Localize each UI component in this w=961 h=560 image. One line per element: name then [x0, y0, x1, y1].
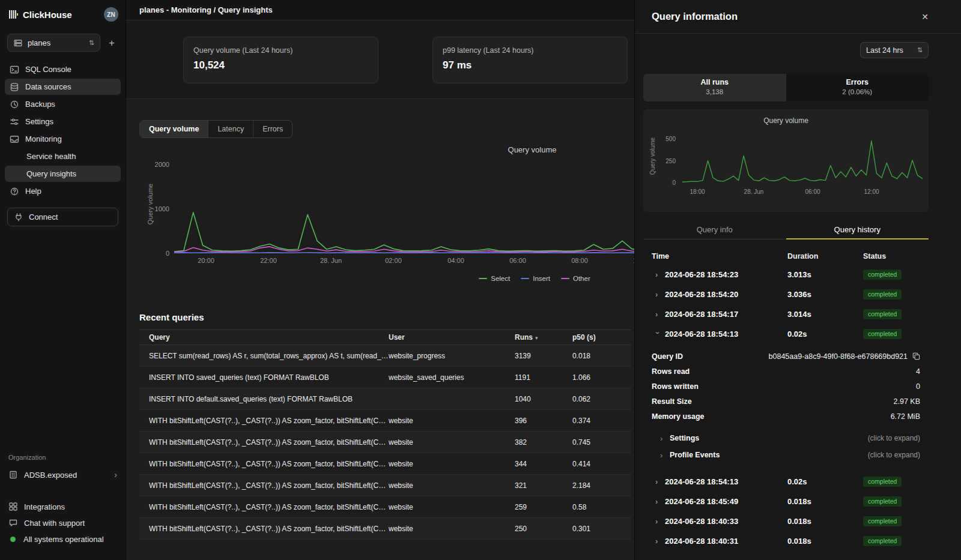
expandable-profile-events[interactable]: › Profile Events (click to expand)	[652, 447, 920, 463]
column-header-query[interactable]: Query	[139, 333, 389, 342]
settings-icon	[10, 117, 19, 127]
logo-row: ClickHouse ZN	[0, 0, 126, 28]
service-selector[interactable]: planes ⇅	[7, 34, 100, 52]
sidebar-item-integrations[interactable]: Integrations	[8, 499, 117, 514]
tab-all-runs[interactable]: All runs 3,138	[643, 74, 786, 101]
x-tick: 12:00	[855, 188, 888, 195]
mini-chart-plot[interactable]	[682, 136, 923, 184]
history-row[interactable]: ›2024-06-28 18:40:31 0.018s completed	[643, 531, 929, 551]
chart-legend: Select Insert Other	[450, 275, 619, 282]
y-tick: 1000	[139, 205, 169, 212]
user-cell: website_saved_queries	[389, 373, 515, 382]
history-duration: 0.018s	[787, 517, 863, 526]
connect-button[interactable]: Connect	[7, 208, 118, 226]
chart-plot[interactable]	[174, 163, 634, 254]
sidebar-item-data-sources[interactable]: Data sources	[5, 79, 121, 95]
table-row[interactable]: WITH bitShiftLeft(CAST(?..), _CAST(?..))…	[139, 518, 631, 540]
detail-label: Rows read	[652, 367, 690, 376]
y-tick: 0	[655, 179, 676, 186]
tab-query-volume[interactable]: Query volume	[140, 121, 208, 137]
table-row[interactable]: INSERT INTO saved_queries (text) FORMAT …	[139, 367, 631, 388]
footer-item-label: All systems operational	[23, 535, 104, 544]
sidebar-item-system-status[interactable]: All systems operational	[8, 531, 117, 547]
column-header-p50[interactable]: p50 (s)	[572, 333, 631, 342]
table-row[interactable]: WITH bitShiftLeft(CAST(?..), _CAST(?..))…	[139, 432, 631, 453]
chat-icon	[8, 518, 18, 528]
chevron-right-icon: ›	[655, 497, 660, 506]
query-volume-chart[interactable]: Query volume Query volume 2000 1000 0 20…	[126, 142, 634, 297]
sidebar-item-sql-console[interactable]: SQL Console	[5, 61, 121, 77]
query-cell: WITH bitShiftLeft(CAST(?..), _CAST(?..))…	[139, 503, 389, 511]
history-row[interactable]: ›2024-06-28 18:40:33 0.018s completed	[643, 511, 929, 531]
time-range-dropdown[interactable]: Last 24 hrs ⇅	[860, 42, 929, 58]
y-tick: 250	[655, 158, 676, 164]
sidebar-item-settings[interactable]: Settings	[5, 113, 121, 130]
sidebar-item-service-health[interactable]: Service health	[5, 148, 121, 164]
table-row[interactable]: WITH bitShiftLeft(CAST(?..), _CAST(?..))…	[139, 496, 631, 518]
status-badge: completed	[863, 536, 902, 546]
stat-value: 97 ms	[443, 59, 617, 71]
organization-row[interactable]: ADSB.exposed ›	[0, 466, 126, 483]
history-row[interactable]: ›2024-06-28 18:54:20 3.036s completed	[643, 285, 929, 304]
table-row[interactable]: SELECT sum(read_rows) AS r, sum(total_ro…	[139, 345, 631, 367]
history-row[interactable]: ›2024-06-28 18:54:23 3.013s completed	[643, 265, 929, 285]
recent-queries-section: Recent queries Query User Runs▾ p50 (s) …	[139, 312, 631, 540]
sidebar-item-chat-support[interactable]: Chat with support	[8, 515, 117, 531]
footer-item-label: Chat with support	[24, 519, 85, 528]
tab-query-info[interactable]: Query info	[643, 222, 786, 239]
history-header-row: Time Duration Status	[643, 248, 929, 265]
tab-latency[interactable]: Latency	[208, 121, 253, 137]
runs-cell: 344	[515, 460, 572, 468]
expandable-settings[interactable]: › Settings (click to expand)	[652, 430, 920, 447]
history-row[interactable]: ›2024-06-28 18:54:17 3.014s completed	[643, 304, 929, 324]
tab-query-history[interactable]: Query history	[786, 222, 929, 239]
datasource-icon	[10, 82, 19, 92]
user-avatar[interactable]: ZN	[104, 7, 118, 22]
detail-row-rows-read: Rows read 4	[652, 364, 920, 379]
query-cell: WITH bitShiftLeft(CAST(?..), _CAST(?..))…	[139, 525, 389, 533]
clickhouse-logo[interactable]	[8, 10, 18, 19]
x-tick: 20:00	[188, 257, 224, 264]
table-row[interactable]: INSERT INTO default.saved_queries (text)…	[139, 388, 631, 410]
query-cell: WITH bitShiftLeft(CAST(?..), _CAST(?..))…	[139, 417, 389, 425]
legend-swatch	[521, 278, 529, 279]
sidebar-item-label: Service health	[26, 152, 76, 161]
copy-icon[interactable]	[912, 352, 920, 360]
column-header-runs[interactable]: Runs▾	[515, 333, 572, 342]
time-range-value: Last 24 hrs	[866, 46, 903, 55]
history-row[interactable]: ›2024-06-28 18:54:13 0.02s completed	[643, 472, 929, 492]
p50-cell: 0.374	[572, 417, 631, 425]
sidebar-item-help[interactable]: Help	[5, 183, 121, 199]
history-row-expanded[interactable]: ›2024-06-28 18:54:13 0.02s completed	[643, 324, 929, 344]
sidebar-item-backups[interactable]: Backups	[5, 96, 121, 112]
chevron-down-icon: ›	[653, 332, 662, 337]
detail-label: Memory usage	[652, 412, 705, 421]
history-row[interactable]: ›2024-06-28 18:45:49 0.018s completed	[643, 492, 929, 511]
status-badge: completed	[863, 289, 902, 300]
y-tick: 2000	[139, 161, 169, 168]
tab-errors[interactable]: Errors 2 (0.06%)	[786, 74, 929, 101]
close-icon[interactable]: ✕	[921, 12, 929, 22]
p50-cell: 1.066	[572, 373, 631, 382]
column-header-user[interactable]: User	[389, 333, 515, 342]
mini-query-volume-chart[interactable]: Query volume Query volume 500 250 0 18:0…	[643, 109, 929, 212]
sidebar-item-query-insights[interactable]: Query insights	[5, 166, 121, 182]
table-row[interactable]: WITH bitShiftLeft(CAST(?..), _CAST(?..))…	[139, 475, 631, 496]
mini-chart-title: Query volume	[643, 116, 929, 125]
table-row[interactable]: WITH bitShiftLeft(CAST(?..), _CAST(?..))…	[139, 453, 631, 475]
table-row[interactable]: WITH bitShiftLeft(CAST(?..), _CAST(?..))…	[139, 410, 631, 432]
x-tick: 28. Jun	[313, 257, 349, 264]
add-service-button[interactable]: +	[105, 38, 118, 48]
user-cell: website	[389, 481, 515, 490]
legend-item-other[interactable]: Other	[561, 275, 590, 282]
column-header-time: Time	[643, 252, 787, 260]
chart-title: Query volume	[460, 145, 604, 154]
integrations-icon	[8, 502, 18, 511]
chevron-right-icon: ›	[660, 451, 665, 460]
recent-queries-title: Recent queries	[139, 312, 631, 322]
legend-label: Select	[491, 275, 510, 282]
sidebar-item-monitoring[interactable]: Monitoring	[5, 131, 121, 147]
legend-item-insert[interactable]: Insert	[521, 275, 550, 282]
legend-item-select[interactable]: Select	[479, 275, 510, 282]
tab-errors[interactable]: Errors	[253, 121, 292, 137]
